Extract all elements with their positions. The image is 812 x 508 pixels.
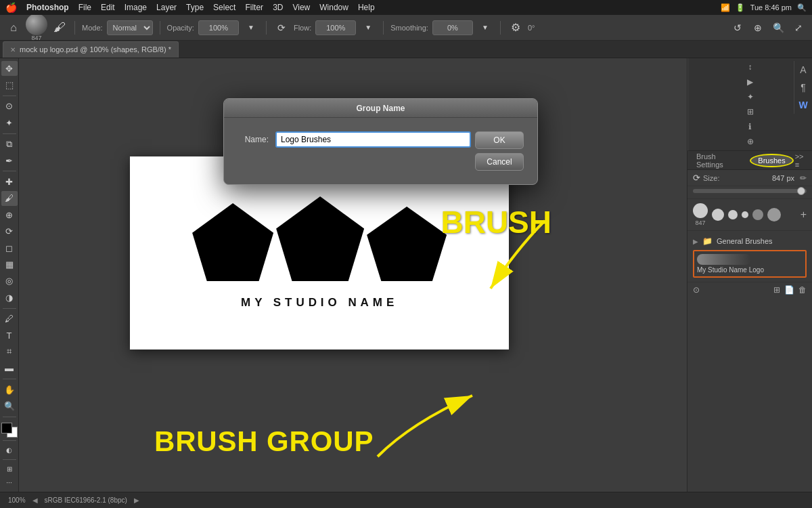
tab-close-icon[interactable]: ✕ bbox=[10, 46, 16, 54]
status-arrow-left[interactable]: ◀ bbox=[32, 496, 38, 504]
smoothing-arrow-icon[interactable]: ▼ bbox=[477, 20, 493, 36]
pen-tool[interactable]: 🖊 bbox=[1, 311, 18, 326]
mode-select[interactable]: Normal Multiply Screen bbox=[107, 20, 153, 35]
brush-preview-icon[interactable] bbox=[26, 14, 47, 35]
menu-file[interactable]: File bbox=[78, 3, 91, 12]
brush-dot-4[interactable] bbox=[742, 211, 748, 218]
eraser-tool[interactable]: ◻ bbox=[1, 240, 18, 255]
panel-bottom-icon-3[interactable]: 📄 bbox=[784, 285, 794, 295]
marquee-tool[interactable]: ⬚ bbox=[1, 77, 18, 92]
brush-dot-2[interactable] bbox=[712, 209, 724, 221]
document-tab[interactable]: ✕ mock up logo.psd @ 100% (shapes, RGB/8… bbox=[3, 41, 179, 58]
size-slider[interactable] bbox=[693, 189, 807, 193]
size-reset-icon[interactable]: ⟳ bbox=[693, 173, 700, 183]
brush-add-icon[interactable]: + bbox=[800, 209, 807, 221]
dodge-tool[interactable]: ◑ bbox=[1, 290, 18, 305]
expand-arrow-icon[interactable]: ▶ bbox=[693, 238, 698, 245]
panel-icon-type[interactable]: A bbox=[797, 64, 809, 76]
panel-icon-play[interactable]: ▶ bbox=[744, 76, 757, 88]
history-brush-tool[interactable]: ⟳ bbox=[1, 224, 18, 238]
menu-view[interactable]: View bbox=[292, 3, 310, 12]
size-edit-icon[interactable]: ✏ bbox=[800, 173, 807, 183]
flow-arrow-icon[interactable]: ▼ bbox=[360, 20, 376, 36]
history-icon[interactable]: ↺ bbox=[729, 20, 746, 36]
tab-brushes[interactable]: Brushes bbox=[750, 154, 793, 167]
menu-3d[interactable]: 3D bbox=[273, 3, 283, 12]
menu-window[interactable]: Window bbox=[319, 3, 348, 12]
color-swatches[interactable] bbox=[1, 423, 18, 438]
pressure-icon[interactable]: ⟳ bbox=[273, 20, 290, 36]
tab-bar: ✕ mock up logo.psd @ 100% (shapes, RGB/8… bbox=[0, 41, 812, 58]
brush-dot-6[interactable] bbox=[767, 208, 781, 221]
apple-menu[interactable]: 🍎 bbox=[5, 2, 17, 13]
quick-mask-icon[interactable]: ◐ bbox=[3, 444, 16, 457]
menu-image[interactable]: Image bbox=[125, 3, 147, 12]
name-label: Name: bbox=[238, 135, 269, 144]
general-brushes-group[interactable]: ▶ 📁 General Brushes bbox=[687, 234, 812, 249]
panel-icon-3[interactable]: ⊞ bbox=[744, 106, 757, 118]
menu-photoshop[interactable]: Photoshop bbox=[26, 3, 69, 12]
zoom-tool[interactable]: 🔍 bbox=[1, 398, 18, 413]
menu-filter[interactable]: Filter bbox=[245, 3, 263, 12]
ok-button[interactable]: OK bbox=[475, 131, 524, 149]
panel-icon-5[interactable]: ⊕ bbox=[744, 135, 757, 148]
search-icon[interactable]: 🔍 bbox=[797, 3, 807, 12]
healing-tool[interactable]: ✚ bbox=[1, 174, 18, 189]
shape-tool[interactable]: ▬ bbox=[1, 361, 18, 376]
hand-tool[interactable]: ✋ bbox=[1, 382, 18, 397]
quick-select-tool[interactable]: ✦ bbox=[1, 115, 18, 130]
panel-bottom-icon-1[interactable]: ⊙ bbox=[693, 285, 700, 295]
text-tool[interactable]: T bbox=[1, 328, 18, 343]
status-arrow-right[interactable]: ▶ bbox=[134, 496, 139, 504]
selected-brush-item[interactable]: My Studio Name Logo bbox=[693, 250, 807, 278]
brush-tool[interactable]: 🖌 bbox=[1, 191, 18, 206]
opacity-input[interactable] bbox=[198, 20, 239, 35]
extra-icon[interactable]: ⊕ bbox=[750, 20, 766, 36]
opacity-arrow-icon[interactable]: ▼ bbox=[243, 20, 259, 36]
foreground-color-swatch[interactable] bbox=[1, 423, 12, 433]
menu-edit[interactable]: Edit bbox=[101, 3, 115, 12]
pentagon-right bbox=[367, 207, 447, 281]
gradient-tool[interactable]: ▦ bbox=[1, 257, 18, 272]
extra-tools-icon[interactable]: ··· bbox=[3, 476, 16, 489]
panel-icon-1[interactable]: ↕ bbox=[744, 61, 757, 73]
screen-mode-icon[interactable]: ⊞ bbox=[3, 463, 16, 475]
panel-bottom-icon-2[interactable]: ⊞ bbox=[773, 285, 780, 295]
flow-input[interactable] bbox=[315, 20, 356, 35]
menu-help[interactable]: Help bbox=[358, 3, 375, 12]
tool-separator-3 bbox=[3, 171, 16, 171]
search-canvas-icon[interactable]: 🔍 bbox=[770, 20, 786, 36]
clone-tool[interactable]: ⊕ bbox=[1, 207, 18, 222]
panel-icon-4[interactable]: ℹ bbox=[744, 121, 757, 133]
panel-icon-para[interactable]: ¶ bbox=[797, 81, 809, 93]
panel-bottom-icon-delete[interactable]: 🗑 bbox=[798, 285, 807, 295]
brush-dot-5[interactable] bbox=[752, 209, 763, 220]
home-icon[interactable]: ⌂ bbox=[5, 20, 22, 36]
size-slider-thumb[interactable] bbox=[797, 187, 805, 195]
smoothing-input[interactable] bbox=[432, 20, 473, 35]
brush-dot-3[interactable] bbox=[728, 210, 738, 219]
panel-icon-w[interactable]: W bbox=[797, 99, 809, 111]
brush-options-icon[interactable]: 🖌 bbox=[51, 20, 68, 36]
panel-icon-2[interactable]: ✦ bbox=[744, 91, 757, 103]
menu-type[interactable]: Type bbox=[186, 3, 204, 12]
settings-icon[interactable]: ⚙ bbox=[508, 20, 524, 36]
name-input[interactable] bbox=[275, 131, 471, 148]
tab-brush-settings[interactable]: Brush Settings bbox=[690, 151, 748, 171]
panel-tab-arrows[interactable]: >> ≡ bbox=[795, 152, 809, 169]
selected-brush-name: My Studio Name Logo bbox=[697, 266, 764, 274]
left-tools: ✥ ⬚ ⊙ ✦ ⧉ ✒ ✚ 🖌 ⊕ ⟳ ◻ ▦ ◎ ◑ 🖊 T ⌗ ▬ ✋ 🔍 … bbox=[0, 58, 19, 492]
expand-icon[interactable]: ⤢ bbox=[790, 20, 807, 36]
lasso-tool[interactable]: ⊙ bbox=[1, 99, 18, 114]
blur-tool[interactable]: ◎ bbox=[1, 274, 18, 289]
angle-value: 0° bbox=[528, 24, 535, 32]
eyedropper-tool[interactable]: ✒ bbox=[1, 153, 18, 168]
crop-tool[interactable]: ⧉ bbox=[1, 137, 18, 152]
path-tool[interactable]: ⌗ bbox=[1, 344, 18, 359]
menu-layer[interactable]: Layer bbox=[156, 3, 177, 12]
menu-select[interactable]: Select bbox=[213, 3, 235, 12]
brush-panel-bottom: ⊙ ⊞ 📄 🗑 bbox=[687, 282, 812, 297]
move-tool[interactable]: ✥ bbox=[1, 61, 18, 76]
brush-dot-1[interactable] bbox=[693, 203, 708, 218]
cancel-button[interactable]: Cancel bbox=[475, 153, 524, 171]
